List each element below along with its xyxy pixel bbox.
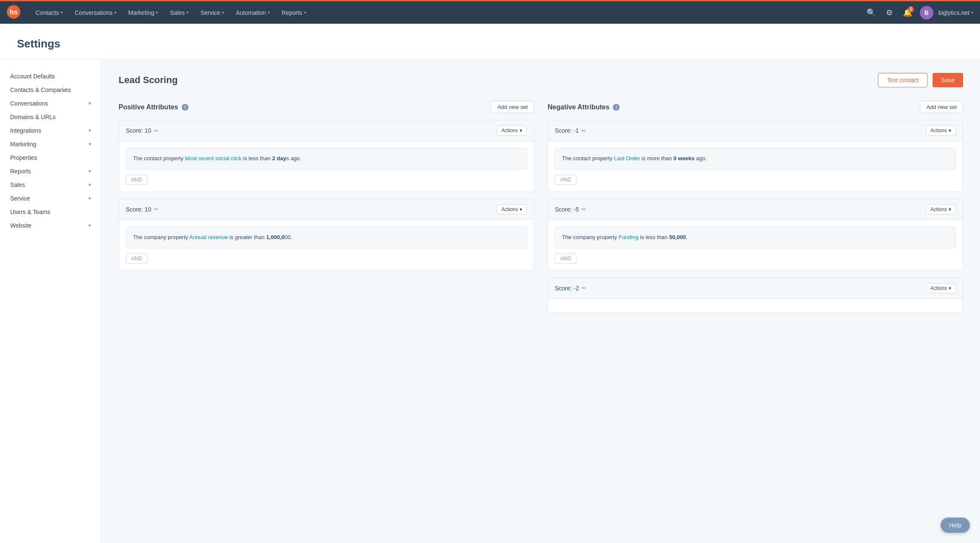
- nav-automation[interactable]: Automation ▾: [231, 6, 275, 19]
- avatar[interactable]: B: [920, 6, 933, 19]
- nav-marketing[interactable]: Marketing ▾: [123, 6, 163, 19]
- gear-icon: ⚙: [886, 8, 893, 17]
- negative-score-card-2-body: The company property Funding is less tha…: [548, 220, 963, 270]
- negative-rule-2: The company property Funding is less tha…: [555, 227, 956, 248]
- search-icon: 🔍: [866, 8, 876, 17]
- most-recent-social-click-link[interactable]: Most recent social click: [185, 155, 242, 162]
- nav-reports[interactable]: Reports ▾: [277, 6, 311, 19]
- sidebar-item-users-teams[interactable]: Users & Teams: [0, 205, 101, 219]
- save-button[interactable]: Save: [933, 73, 963, 87]
- negative-rule-1-text: The contact property Last Order is more …: [562, 154, 949, 163]
- conversations-chevron-icon: ▾: [114, 10, 116, 15]
- positive-score-1-actions-button[interactable]: Actions ▾: [497, 125, 527, 136]
- lead-scoring-header: Lead Scoring Test contact Save: [119, 73, 963, 87]
- sidebar: Account Defaults Contacts & Companies Co…: [0, 59, 102, 543]
- notifications-area: 🔔 1: [900, 6, 915, 20]
- positive-info-icon[interactable]: i: [182, 104, 188, 111]
- negative-attributes-title: Negative Attributes i: [548, 103, 620, 111]
- negative-and-2-button[interactable]: AND: [555, 253, 576, 264]
- negative-rule-2-text: The company property Funding is less tha…: [562, 233, 949, 242]
- service-chevron-icon: ▾: [222, 10, 224, 15]
- negative-score-3-label: Score: -2 ✏: [555, 285, 586, 292]
- sidebar-item-marketing[interactable]: Marketing ▾: [0, 137, 101, 151]
- negative-info-icon[interactable]: i: [613, 104, 620, 111]
- sidebar-item-contacts-companies[interactable]: Contacts & Companies: [0, 83, 101, 97]
- page-title: Settings: [17, 37, 963, 50]
- negative-score-3-edit-icon[interactable]: ✏: [581, 285, 586, 291]
- sidebar-item-integrations[interactable]: Integrations ▾: [0, 124, 101, 137]
- hubspot-logo[interactable]: hs: [7, 5, 20, 20]
- domain-selector[interactable]: biglytics.net ▾: [938, 9, 973, 16]
- nav-contacts[interactable]: Contacts ▾: [30, 6, 68, 19]
- neg-actions-2-chevron-icon: ▾: [949, 206, 951, 212]
- negative-score-card-2-header: Score: -5 ✏ Actions ▾: [548, 199, 963, 220]
- negative-score-2-edit-icon[interactable]: ✏: [581, 206, 586, 212]
- negative-score-3-actions-button[interactable]: Actions ▾: [926, 283, 956, 293]
- svg-text:hs: hs: [10, 8, 18, 16]
- sidebar-item-website[interactable]: Website ▾: [0, 219, 101, 232]
- page-header: Settings: [0, 24, 980, 59]
- positive-score-card-2-header: Score: 10 ✏ Actions ▾: [119, 199, 534, 220]
- negative-score-card-1-body: The contact property Last Order is more …: [548, 141, 963, 192]
- positive-attributes-header: Positive Attributes i Add new set: [119, 101, 534, 113]
- scoring-columns: Positive Attributes i Add new set Score:…: [119, 101, 963, 320]
- positive-score-2-label: Score: 10 ✏: [126, 206, 158, 213]
- negative-and-1-button[interactable]: AND: [555, 175, 576, 185]
- negative-attributes-header: Negative Attributes i Add new set: [548, 101, 963, 113]
- sales-chevron-icon: ▾: [186, 10, 188, 15]
- positive-score-2-actions-button[interactable]: Actions ▾: [497, 204, 527, 214]
- sidebar-item-account-defaults[interactable]: Account Defaults: [0, 70, 101, 83]
- contacts-chevron-icon: ▾: [61, 10, 63, 15]
- negative-score-card-1-header: Score: -1 ✏ Actions ▾: [548, 120, 963, 141]
- funding-link[interactable]: Funding: [619, 234, 639, 240]
- search-button[interactable]: 🔍: [864, 6, 878, 20]
- negative-attributes-column: Negative Attributes i Add new set Score:…: [548, 101, 963, 320]
- negative-score-1-label: Score: -1 ✏: [555, 127, 586, 134]
- sidebar-item-domains-urls[interactable]: Domains & URLs: [0, 110, 101, 124]
- nav-sales[interactable]: Sales ▾: [165, 6, 194, 19]
- positive-score-card-1-header: Score: 10 ✏ Actions ▾: [119, 120, 534, 141]
- positive-and-1-button[interactable]: AND: [126, 175, 147, 185]
- sidebar-item-conversations[interactable]: Conversations ▾: [0, 97, 101, 110]
- positive-rule-2: The company property Annual revenue is g…: [126, 227, 527, 248]
- negative-score-1-actions-button[interactable]: Actions ▾: [926, 125, 956, 136]
- negative-score-1-edit-icon[interactable]: ✏: [581, 128, 586, 134]
- positive-score-card-2: Score: 10 ✏ Actions ▾ The compa: [119, 199, 534, 271]
- nav-service[interactable]: Service ▾: [195, 6, 229, 19]
- negative-score-2-actions-button[interactable]: Actions ▾: [926, 204, 956, 214]
- help-button[interactable]: Help: [941, 518, 970, 533]
- sidebar-item-sales[interactable]: Sales ▾: [0, 178, 101, 192]
- sidebar-item-reports[interactable]: Reports ▾: [0, 164, 101, 178]
- negative-score-2-label: Score: -5 ✏: [555, 206, 586, 213]
- negative-add-new-set-button[interactable]: Add new set: [920, 101, 963, 113]
- positive-rule-1-text: The contact property Most recent social …: [133, 154, 520, 163]
- test-contact-button[interactable]: Test contact: [878, 73, 927, 87]
- actions-2-chevron-icon: ▾: [520, 206, 522, 212]
- negative-rule-1: The contact property Last Order is more …: [555, 148, 956, 170]
- positive-and-2-button[interactable]: AND: [126, 253, 147, 264]
- positive-rule-1-value: 2 day: [272, 155, 286, 162]
- page-wrapper: Settings Account Defaults Contacts & Com…: [0, 24, 980, 543]
- positive-add-new-set-button[interactable]: Add new set: [491, 101, 534, 113]
- nav-conversations[interactable]: Conversations ▾: [69, 6, 122, 19]
- positive-score-2-edit-icon[interactable]: ✏: [154, 206, 158, 212]
- negative-score-card-3-body: [548, 299, 963, 312]
- nav-items: Contacts ▾ Conversations ▾ Marketing ▾ S…: [30, 6, 864, 19]
- integrations-expand-icon: ▾: [89, 128, 91, 134]
- marketing-expand-icon: ▾: [89, 141, 91, 147]
- positive-attributes-title: Positive Attributes i: [119, 103, 188, 111]
- sidebar-item-properties[interactable]: Properties: [0, 151, 101, 164]
- last-order-link[interactable]: Last Order: [614, 155, 640, 162]
- negative-score-card-1: Score: -1 ✏ Actions ▾ The conta: [548, 120, 963, 192]
- sidebar-item-service[interactable]: Service ▾: [0, 192, 101, 205]
- annual-revenue-link[interactable]: Annual revenue: [189, 234, 228, 240]
- settings-button[interactable]: ⚙: [883, 6, 895, 20]
- positive-score-1-edit-icon[interactable]: ✏: [154, 128, 158, 134]
- header-actions: Test contact Save: [878, 73, 963, 87]
- domain-chevron-icon: ▾: [971, 10, 973, 15]
- nav-actions: 🔍 ⚙ 🔔 1 B biglytics.net ▾: [864, 6, 973, 20]
- main-content: Lead Scoring Test contact Save Positive …: [102, 59, 980, 543]
- negative-score-card-3-header: Score: -2 ✏ Actions ▾: [548, 278, 963, 299]
- website-expand-icon: ▾: [89, 223, 91, 228]
- actions-chevron-icon: ▾: [520, 128, 522, 134]
